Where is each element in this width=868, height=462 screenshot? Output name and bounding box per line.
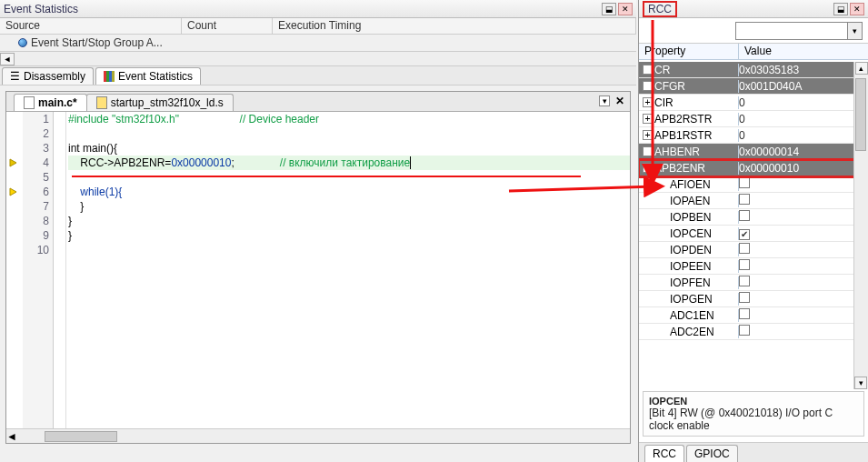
- editor-hscroll[interactable]: ◄: [6, 428, 630, 443]
- event-hscroll[interactable]: ◄: [0, 51, 636, 65]
- property-sub-iopcen[interactable]: IOPCEN✔: [639, 226, 868, 242]
- property-row-ahbenr[interactable]: +AHBENR0x00000014: [639, 144, 868, 160]
- tab-dropdown[interactable]: ▾: [599, 95, 610, 106]
- expander-icon[interactable]: +: [643, 65, 653, 75]
- property-name: CIR: [654, 96, 673, 109]
- tab-disassembly-label: Disassembly: [24, 70, 85, 83]
- info-name: IOPCEN: [649, 396, 687, 407]
- file-tabs: main.c* startup_stm32f10x_ld.s ▾ ✕: [6, 92, 630, 112]
- expander-icon[interactable]: +: [643, 146, 653, 156]
- svg-marker-0: [10, 159, 16, 166]
- checkbox[interactable]: [739, 325, 750, 336]
- scroll-thumb[interactable]: [45, 431, 117, 442]
- property-name: CR: [654, 64, 670, 76]
- tab-main-c[interactable]: main.c*: [14, 94, 87, 111]
- checkbox[interactable]: [739, 259, 750, 270]
- tab-startup-label: startup_stm32f10x_ld.s: [111, 96, 224, 109]
- col-exec-timing[interactable]: Execution Timing: [273, 18, 636, 34]
- combo-row: ▾: [639, 18, 868, 44]
- property-sub-iopben[interactable]: IOPBEN: [639, 209, 868, 226]
- scroll-down-icon[interactable]: ▾: [854, 377, 867, 389]
- checkbox[interactable]: [739, 194, 750, 205]
- checkbox[interactable]: [739, 243, 750, 254]
- property-name: ADC2EN: [670, 326, 714, 338]
- current-line-arrow-icon: [8, 156, 21, 169]
- scroll-left-icon[interactable]: ◄: [6, 430, 17, 443]
- event-row-label: Event Start/Stop Group A...: [31, 36, 163, 49]
- property-value: 0: [739, 113, 868, 126]
- property-sub-iopden[interactable]: IOPDEN: [639, 242, 868, 258]
- property-name: IOPAEN: [670, 195, 710, 207]
- property-vscroll[interactable]: ▴ ▾: [853, 62, 868, 389]
- property-name: IOPCEN: [670, 227, 712, 240]
- property-sub-iopgen[interactable]: IOPGEN: [639, 291, 868, 307]
- code-lines[interactable]: #include "stm32f10x.h" // Device header …: [68, 112, 630, 428]
- property-value: 0x03035183: [739, 64, 868, 76]
- expander-icon[interactable]: -: [643, 163, 653, 173]
- property-row-cr[interactable]: +CR0x03035183: [639, 62, 868, 78]
- property-row-apb2rstr[interactable]: +APB2RSTR0: [639, 111, 868, 127]
- property-row-apb2enr[interactable]: -APB2ENR0x00000010: [639, 160, 868, 176]
- event-row[interactable]: Event Start/Stop Group A...: [0, 35, 636, 51]
- tab-event-statistics[interactable]: Event Statistics: [95, 67, 201, 85]
- property-header: Property Value: [639, 44, 868, 60]
- property-value: 0x00000014: [739, 146, 868, 158]
- expander-icon[interactable]: +: [643, 97, 653, 107]
- pin-button[interactable]: ⬓: [833, 3, 848, 15]
- col-source[interactable]: Source: [0, 18, 182, 34]
- right-bottom-tabs: RCC GPIOC: [639, 442, 868, 462]
- chevron-down-icon[interactable]: ▾: [847, 23, 862, 39]
- checkbox[interactable]: [739, 308, 750, 319]
- expander-icon[interactable]: +: [643, 114, 653, 124]
- close-button[interactable]: ✕: [850, 3, 864, 15]
- expander-icon[interactable]: +: [643, 81, 653, 91]
- svg-marker-1: [10, 188, 16, 196]
- property-body[interactable]: +CR0x03035183+CFGR0x001D040A+CIR0+APB2RS…: [639, 62, 868, 389]
- event-stats-title: Event Statistics: [4, 0, 78, 18]
- breakpoint-arrow-icon: [8, 186, 21, 198]
- property-name: IOPFEN: [670, 276, 711, 289]
- property-name: AHBENR: [654, 146, 700, 158]
- tab-close-icon[interactable]: ✕: [615, 95, 624, 107]
- rcc-titlebar: RCC ⬓ ✕: [639, 0, 868, 18]
- property-sub-afioen[interactable]: AFIOEN: [639, 176, 868, 193]
- property-name: IOPEEN: [670, 260, 711, 273]
- property-sub-adc1en[interactable]: ADC1EN: [639, 307, 868, 324]
- property-name: APB1RSTR: [654, 129, 712, 142]
- checkbox[interactable]: [739, 276, 750, 286]
- checkbox[interactable]: [739, 292, 750, 303]
- tab-disassembly[interactable]: ☰ Disassembly: [2, 67, 94, 85]
- property-value: 0x00000010: [739, 162, 868, 175]
- event-stats-titlebar: Event Statistics ⬓ ✕: [0, 0, 636, 18]
- col-property[interactable]: Property: [639, 44, 739, 59]
- scroll-up-icon[interactable]: ▴: [855, 62, 868, 75]
- property-name: IOPGEN: [670, 293, 713, 306]
- property-row-apb1rstr[interactable]: +APB1RSTR0: [639, 127, 868, 144]
- property-sub-iopeen[interactable]: IOPEEN: [639, 258, 868, 275]
- tab-rcc[interactable]: RCC: [644, 445, 684, 462]
- tab-startup[interactable]: startup_stm32f10x_ld.s: [86, 94, 234, 111]
- code-body[interactable]: 12345678910 #include "stm32f10x.h" // De…: [6, 112, 630, 428]
- fold-gutter[interactable]: [54, 112, 66, 428]
- pin-button[interactable]: ⬓: [602, 3, 616, 15]
- property-row-cir[interactable]: +CIR0: [639, 95, 868, 111]
- checkbox[interactable]: [739, 210, 750, 221]
- tab-gpioc[interactable]: GPIOC: [686, 445, 738, 462]
- checkbox[interactable]: ✔: [739, 229, 750, 240]
- property-sub-iopfen[interactable]: IOPFEN: [639, 275, 868, 291]
- expander-icon[interactable]: +: [643, 130, 653, 140]
- scroll-thumb[interactable]: [855, 78, 866, 151]
- property-sub-iopaen[interactable]: IOPAEN: [639, 193, 868, 209]
- event-led-icon: [18, 38, 27, 47]
- rcc-pane: RCC ⬓ ✕ ▾ Property Value +CR0x03035183+C…: [638, 0, 868, 462]
- col-value[interactable]: Value: [739, 44, 868, 59]
- property-row-cfgr[interactable]: +CFGR0x001D040A: [639, 78, 868, 95]
- checkbox[interactable]: [739, 177, 750, 188]
- property-name: ADC1EN: [670, 309, 714, 322]
- scroll-left-icon[interactable]: ◄: [0, 53, 15, 65]
- col-count[interactable]: Count: [182, 18, 273, 34]
- filter-combo[interactable]: ▾: [735, 22, 863, 40]
- file-icon: [96, 96, 107, 109]
- property-sub-adc2en[interactable]: ADC2EN: [639, 324, 868, 340]
- close-button[interactable]: ✕: [618, 3, 633, 15]
